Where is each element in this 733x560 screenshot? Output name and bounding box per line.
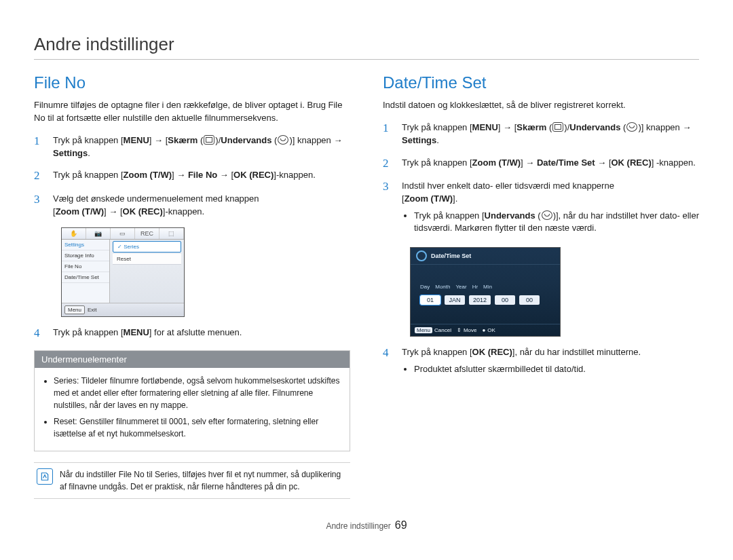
value-hr: 00 — [495, 295, 515, 305]
cam-tab: ✋ — [62, 228, 86, 239]
page-footer: Andre indstillinger69 — [34, 519, 699, 531]
option-reset: Reset — [113, 254, 181, 265]
heading-date-time-set: Date/Time Set — [383, 73, 699, 92]
col-date-time-set: Date/Time Set Indstil datoen og klokkesl… — [383, 73, 699, 499]
label-hr: Hr — [472, 284, 478, 290]
cam-tab: ▭ — [111, 228, 135, 239]
step-num: 1 — [34, 134, 43, 160]
submenu-item-series: Series: Tildeler filnumre fortløbende, o… — [54, 375, 340, 411]
step-body: Tryk på knappen [OK (REC)], når du har i… — [402, 346, 699, 379]
cam-tab: REC — [135, 228, 159, 239]
menu-item-file-no: File No — [62, 261, 109, 272]
note-text: Når du indstiller File No til Series, ti… — [60, 468, 347, 493]
step-body: Tryk på knappen [Zoom (T/W)] → Date/Time… — [402, 157, 699, 170]
underwater-icon — [278, 135, 288, 145]
step-num: 3 — [383, 180, 392, 238]
heading-file-no: File No — [34, 73, 350, 92]
value-min: 00 — [519, 295, 540, 305]
step-body: Tryk på knappen [MENU] → [Skærm ()/Under… — [53, 134, 350, 160]
note-icon — [37, 468, 53, 485]
label-min: Min — [483, 284, 492, 290]
step-body: Tryk på knappen [MENU] → [Skærm ()/Under… — [402, 122, 699, 147]
underwater-icon — [626, 122, 637, 132]
step-body: Vælg det ønskede undermenuelement med kn… — [53, 193, 350, 219]
note-box: Når du indstiller File No til Series, ti… — [34, 462, 350, 499]
step-4: 4 Tryk på knappen [MENU] for at afslutte… — [34, 326, 350, 340]
page-title: Andre indstillinger — [34, 34, 699, 60]
cam-tab: ⬚ — [159, 228, 184, 239]
submenu-item-reset: Reset: Genstiller filnummeret til 0001, … — [54, 415, 340, 440]
col-file-no: File No Filnumre tilføjes de optagne fil… — [34, 73, 350, 499]
substep: Tryk på knappen [Undervands ()], når du … — [414, 210, 699, 236]
underwater-icon — [542, 210, 552, 220]
substep: Produktet afslutter skærmbilledet til da… — [414, 363, 699, 376]
step-2: 2 Tryk på knappen [Zoom (T/W)] → Date/Ti… — [383, 157, 699, 170]
display-icon — [552, 122, 563, 132]
option-series: ✓ Series — [113, 241, 181, 253]
step-num: 2 — [34, 169, 43, 183]
step-1: 1 Tryk på knappen [MENU] → [Skærm ()/Und… — [383, 122, 699, 147]
step-body: Indstil hver enkelt dato- eller tidsværd… — [402, 180, 699, 238]
screenshot-file-no: ✋ 📷 ▭ REC ⬚ Settings Storage Info File N… — [61, 227, 185, 317]
cam-tab: 📷 — [86, 228, 111, 239]
label-year: Year — [455, 284, 466, 290]
step-2: 2 Tryk på knappen [Zoom (T/W)] → File No… — [34, 169, 350, 183]
cam-footer-exit: Exit — [88, 307, 96, 313]
label-month: Month — [435, 284, 450, 290]
step-4: 4 Tryk på knappen [OK (REC)], når du har… — [383, 346, 699, 379]
screenshot-date-time: Date/Time Set Day Month Year Hr Min 01 J… — [410, 247, 561, 337]
menu-item-settings: Settings — [62, 240, 109, 250]
cam-footer-menu: Menu — [64, 305, 85, 314]
menu-item-storage-info: Storage Info — [62, 250, 109, 261]
step-body: Tryk på knappen [MENU] for at afslutte m… — [53, 326, 350, 340]
step-1: 1 Tryk på knappen [MENU] → [Skærm ()/Und… — [34, 134, 350, 160]
label-day: Day — [420, 284, 430, 290]
step-num: 3 — [34, 193, 43, 219]
cam-title: Date/Time Set — [431, 253, 471, 259]
step-3: 3 Indstil hver enkelt dato- eller tidsvæ… — [383, 180, 699, 238]
step-3: 3 Vælg det ønskede undermenuelement med … — [34, 193, 350, 219]
value-year: 2012 — [469, 295, 491, 305]
step-body: Tryk på knappen [Zoom (T/W)] → File No →… — [53, 169, 350, 183]
value-month: JAN — [445, 295, 465, 305]
submenu-box: Undermenuelementer Series: Tildeler filn… — [34, 350, 350, 451]
display-icon — [204, 135, 214, 145]
step-num: 4 — [383, 346, 392, 379]
value-day: 01 — [420, 295, 440, 305]
step-num: 4 — [34, 326, 43, 340]
menu-item-date-time-set: Date/Time Set — [62, 272, 109, 283]
gear-icon — [416, 250, 427, 261]
intro-file-no: Filnumre tilføjes de optagne filer i den… — [34, 99, 350, 125]
intro-date-time: Indstil datoen og klokkeslættet, så de b… — [383, 99, 699, 112]
submenu-heading: Undermenuelementer — [35, 351, 350, 368]
step-num: 1 — [383, 122, 392, 147]
step-num: 2 — [383, 157, 392, 170]
